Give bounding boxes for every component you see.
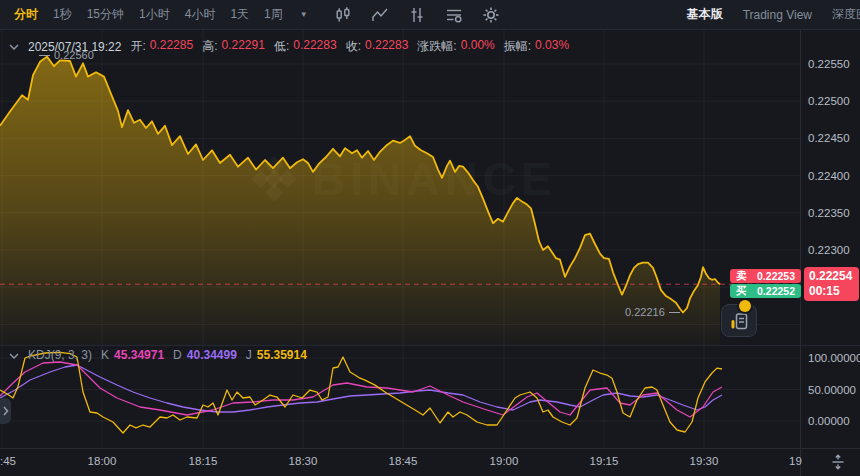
time-axis-label: 19 bbox=[789, 455, 802, 467]
chart-tool-icons bbox=[334, 6, 500, 24]
interval-dropdown-caret-icon[interactable]: ▼ bbox=[300, 10, 308, 19]
candlestick-style-icon[interactable] bbox=[334, 6, 352, 24]
view-mode-depth[interactable]: 深度图 bbox=[832, 6, 860, 23]
time-axis-label: 19:30 bbox=[690, 455, 719, 467]
time-axis-label: 18:30 bbox=[289, 455, 318, 467]
kdj-d-value: D40.34499 bbox=[173, 348, 237, 362]
view-mode-tradingview[interactable]: Trading View bbox=[743, 8, 812, 22]
time-axis-label: 18:00 bbox=[88, 455, 117, 467]
order-document-icon bbox=[728, 310, 750, 332]
low-tick-dash bbox=[669, 312, 680, 313]
collapse-chevron-icon[interactable] bbox=[9, 44, 19, 50]
close-field: 收:0.22283 bbox=[346, 38, 409, 55]
interval-tab-1w[interactable]: 1周 bbox=[264, 6, 283, 23]
chevron-right-icon bbox=[3, 406, 9, 416]
interval-tab-timeline[interactable]: 分时 bbox=[14, 6, 38, 23]
interval-tabs: 分时 1秒 15分钟 1小时 4小时 1天 1周 ▼ bbox=[14, 6, 308, 23]
time-axis-label: 18:15 bbox=[189, 455, 218, 467]
ask-badge: 卖0.22253 bbox=[730, 269, 801, 283]
time-axis[interactable]: :4518:0018:1518:3018:4519:0019:1519:3019 bbox=[0, 448, 860, 476]
price-axis-label: 0.22300 bbox=[808, 243, 850, 257]
indicator-settings-icon[interactable] bbox=[445, 6, 463, 24]
price-axis-label: 0.22450 bbox=[808, 131, 850, 145]
kdj-k-value: K45.34971 bbox=[101, 348, 164, 362]
binance-trading-chart: 分时 1秒 15分钟 1小时 4小时 1天 1周 ▼ bbox=[0, 0, 860, 476]
left-panel-toggle[interactable] bbox=[0, 398, 11, 424]
high-tick-dash bbox=[39, 55, 50, 56]
pane-divider[interactable] bbox=[0, 345, 860, 346]
interval-tab-15m[interactable]: 15分钟 bbox=[87, 6, 124, 23]
price-axis-label: 0.22550 bbox=[808, 57, 850, 71]
notification-dot bbox=[739, 300, 751, 312]
open-field: 开:0.22285 bbox=[130, 38, 193, 55]
price-axis-label: 0.22350 bbox=[808, 206, 850, 220]
view-mode-tabs: 基本版 Trading View 深度图 bbox=[687, 6, 860, 23]
bid-badge: 买0.22252 bbox=[730, 284, 801, 298]
time-axis-label: 19:15 bbox=[590, 455, 619, 467]
time-axis-label: 18:45 bbox=[389, 455, 418, 467]
price-axis[interactable]: 0.22254 00:15 0.225500.225000.224500.224… bbox=[800, 30, 860, 448]
interval-tab-1s[interactable]: 1秒 bbox=[53, 6, 72, 23]
kdj-j-value: J55.35914 bbox=[246, 348, 307, 362]
time-axis-label: :45 bbox=[0, 455, 16, 467]
indicators-icon[interactable] bbox=[408, 6, 426, 24]
kdj-d-line bbox=[0, 365, 722, 412]
amplitude-field: 振幅:0.03% bbox=[504, 38, 569, 55]
main-chart-canvas[interactable] bbox=[0, 0, 860, 476]
price-axis-label: 0.22500 bbox=[808, 94, 850, 108]
price-axis-label: 0.22400 bbox=[808, 169, 850, 183]
view-mode-basic[interactable]: 基本版 bbox=[687, 6, 723, 23]
bid-ask-badges: 卖0.22253 买0.22252 bbox=[730, 269, 801, 298]
session-high-marker: 0.22560 bbox=[39, 49, 94, 61]
kdj-indicator-bar: KDJ(9, 3, 3) K45.34971 D40.34499 J55.359… bbox=[9, 348, 307, 362]
chart-toolbar: 分时 1秒 15分钟 1小时 4小时 1天 1周 ▼ bbox=[0, 0, 860, 30]
chart-settings-gear-icon[interactable] bbox=[482, 6, 500, 24]
time-axis-label: 19:00 bbox=[490, 455, 519, 467]
high-field: 高:0.22291 bbox=[202, 38, 265, 55]
line-style-icon[interactable] bbox=[371, 6, 389, 24]
interval-tab-1h[interactable]: 1小时 bbox=[139, 6, 170, 23]
kdj-name-label: KDJ(9, 3, 3) bbox=[28, 348, 92, 362]
last-price-badge: 0.22254 00:15 bbox=[804, 267, 859, 301]
price-area-fill bbox=[0, 57, 720, 345]
change-field: 涨跌幅:0.00% bbox=[417, 38, 494, 55]
interval-tab-1d[interactable]: 1天 bbox=[230, 6, 249, 23]
kdj-collapse-chevron-icon[interactable] bbox=[9, 348, 19, 362]
kdj-axis-label: 100.00000 bbox=[808, 351, 860, 365]
interval-tab-4h[interactable]: 4小时 bbox=[185, 6, 216, 23]
session-low-marker: 0.22216 bbox=[625, 306, 680, 318]
auto-scale-icon[interactable] bbox=[829, 453, 847, 471]
kdj-axis-label: 0.00000 bbox=[808, 414, 850, 428]
kdj-axis-label: 50.00000 bbox=[808, 383, 856, 397]
low-field: 低:0.22283 bbox=[274, 38, 337, 55]
